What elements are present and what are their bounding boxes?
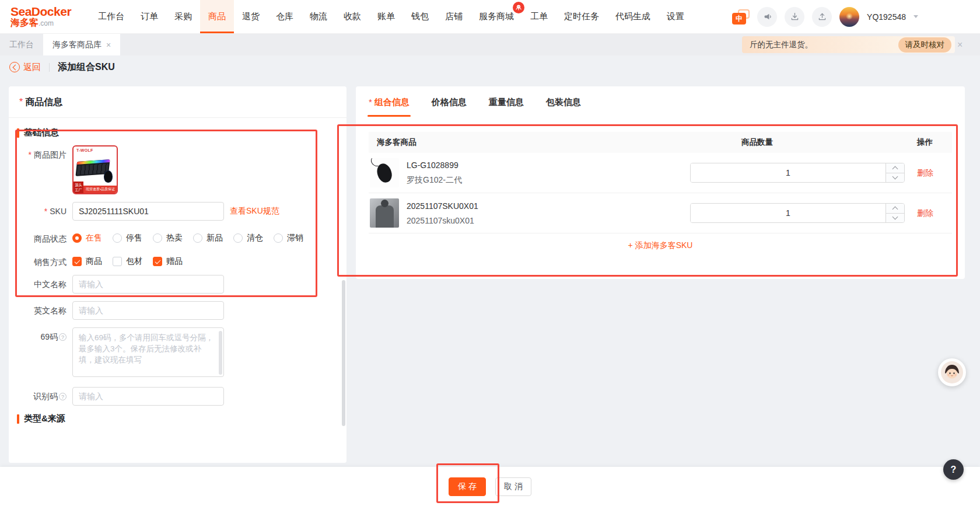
nav-item[interactable]: 仓库	[268, 0, 302, 33]
page-header: 返回 添加组合SKU	[9, 55, 115, 79]
assistant-mascot-button[interactable]	[938, 358, 966, 386]
decrement-button[interactable]	[886, 214, 904, 223]
export-button[interactable]	[812, 7, 832, 27]
brand-cn-name: 海多客	[10, 18, 38, 27]
status-radio-option[interactable]: 在售	[72, 233, 102, 243]
increment-button[interactable]	[886, 204, 904, 214]
notification-action-button[interactable]: 请及时核对	[898, 37, 952, 53]
cancel-button[interactable]: 取 消	[495, 477, 531, 496]
nav-item[interactable]: 代码生成	[607, 0, 659, 33]
combo-tab[interactable]: *组合信息	[368, 86, 411, 117]
combo-tab[interactable]: *包装信息	[545, 86, 582, 117]
language-switch-button[interactable]: 中	[732, 9, 750, 25]
brand-logo[interactable]: SeaDocker 海多客.com	[10, 5, 79, 28]
workspace-tab[interactable]: 海多客商品库 ×	[43, 34, 120, 55]
radio-icon	[72, 233, 82, 243]
combo-info-card: *组合信息 *价格信息 *重量信息 *包装信息 海多客商品 商品数量 操作	[356, 86, 965, 279]
product-image-thumbnail[interactable]: T-WOLF 源头工厂 现货速发•品质保证	[72, 145, 118, 194]
back-arrow-icon	[9, 62, 20, 72]
table-body: LG-G1028899 罗技G102-二代	[369, 153, 952, 233]
chevron-down-icon	[892, 174, 898, 180]
brand-tld: .com	[38, 19, 54, 27]
add-sku-link[interactable]: + 添加海多客SKU	[628, 240, 693, 251]
chevron-down-icon	[892, 214, 898, 220]
quantity-input[interactable]	[691, 204, 886, 222]
nav-item[interactable]: 钱包	[403, 0, 437, 33]
table-header-row: 海多客商品 商品数量 操作	[369, 132, 952, 153]
sku-spec-link[interactable]: 查看SKU规范	[230, 206, 279, 217]
product-info-card: *商品信息 基础信息 *商品图片 T-WOLF 源头工厂 现货速发•品质保证	[9, 86, 346, 463]
nav-item[interactable]: 设置	[659, 0, 692, 33]
required-asterisk: *	[44, 207, 47, 216]
card-scrollbar[interactable]	[342, 280, 345, 426]
code69-textarea[interactable]	[72, 327, 224, 377]
nav-item[interactable]: 店铺	[437, 0, 471, 33]
checkbox-icon	[113, 257, 122, 266]
required-asterisk: *	[19, 97, 23, 107]
product-thumbnail	[370, 198, 399, 228]
id-code-input[interactable]	[72, 387, 224, 406]
nav-item[interactable]: 工单	[522, 0, 556, 33]
back-button[interactable]: 返回	[9, 62, 41, 73]
checkbox-icon	[72, 257, 82, 266]
sale-mode-checkbox-option[interactable]: 包材	[113, 256, 142, 267]
upload-icon	[817, 12, 827, 22]
image-tag-text: 源头工厂	[74, 182, 83, 193]
combo-tabs: *组合信息 *价格信息 *重量信息 *包装信息	[356, 86, 965, 117]
username[interactable]: YQ192548	[867, 12, 906, 22]
status-radio-option[interactable]: 清仓	[233, 233, 263, 243]
increment-button[interactable]	[886, 163, 904, 173]
combo-tab[interactable]: *重量信息	[488, 86, 525, 117]
nav-item[interactable]: 商品	[200, 0, 234, 33]
en-name-input[interactable]	[72, 301, 224, 320]
nav-item[interactable]: 收款	[335, 0, 369, 33]
status-radio-option[interactable]: 停售	[113, 233, 142, 243]
code69-label: 69码	[40, 332, 58, 341]
nav-item[interactable]: 定时任务	[556, 0, 607, 33]
import-button[interactable]	[785, 7, 804, 27]
quantity-input[interactable]	[691, 163, 886, 182]
help-icon[interactable]: ?	[59, 333, 66, 341]
cn-name-input[interactable]	[72, 275, 224, 294]
mouse-illustration	[104, 170, 113, 183]
status-radio-option[interactable]: 新品	[193, 233, 223, 243]
close-icon[interactable]: ×	[106, 40, 111, 50]
help-icon[interactable]: ?	[59, 393, 66, 400]
textarea-scrollbar[interactable]	[219, 331, 222, 375]
help-button[interactable]: ?	[943, 459, 964, 480]
nav-item[interactable]: 工作台	[90, 0, 132, 33]
notification-text: 斤的无主件退货。	[750, 40, 898, 50]
brand-name: SeaDocker	[10, 5, 79, 18]
sale-mode-checkbox-option[interactable]: 赠品	[153, 256, 183, 267]
sale-mode-checkbox-option[interactable]: 商品	[72, 256, 102, 267]
nav-item[interactable]: 物流	[302, 0, 335, 33]
combo-tab[interactable]: *价格信息	[430, 86, 468, 117]
decrement-button[interactable]	[886, 173, 904, 183]
save-button[interactable]: 保 存	[449, 477, 486, 496]
chevron-down-icon[interactable]	[914, 15, 918, 18]
nav-item[interactable]: 采购	[166, 0, 200, 33]
nav-item[interactable]: 服务商城	[471, 0, 522, 33]
nav-item[interactable]: 订单	[132, 0, 166, 33]
status-radio-option[interactable]: 滞销	[274, 233, 303, 243]
notification-close-icon[interactable]: ×	[957, 36, 963, 53]
chevron-up-icon	[892, 206, 898, 212]
userbar: 中 YQ192548	[732, 7, 918, 27]
nav-item[interactable]: 账单	[369, 0, 403, 33]
user-avatar[interactable]	[839, 7, 859, 27]
status-field-label: 商品状态	[34, 234, 66, 243]
id-code-label: 识别码	[33, 392, 58, 401]
app-root: SeaDocker 海多客.com 工作台 订单 采购 商品	[0, 0, 980, 506]
delete-link[interactable]: 删除	[917, 208, 933, 218]
status-radio-option[interactable]: 热卖	[153, 233, 183, 243]
checkbox-icon	[153, 257, 162, 266]
delete-link[interactable]: 删除	[917, 168, 933, 177]
radio-icon	[153, 233, 162, 243]
page-title: 添加组合SKU	[58, 61, 115, 74]
announcement-button[interactable]	[757, 7, 777, 27]
workspace-tab[interactable]: 工作台 ×	[0, 34, 43, 55]
sku-input[interactable]	[72, 202, 224, 221]
main-nav: 工作台 订单 采购 商品 退货	[90, 0, 692, 33]
required-asterisk: *	[369, 97, 372, 107]
nav-item[interactable]: 退货	[234, 0, 268, 33]
